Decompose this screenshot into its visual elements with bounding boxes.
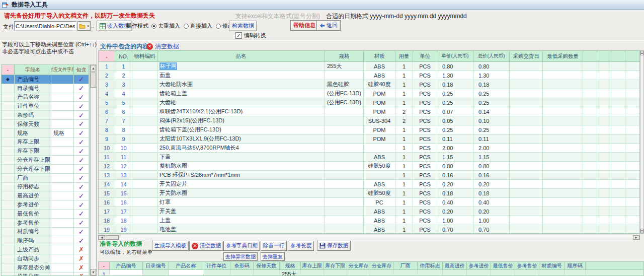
cell-material[interactable]: 硅胶50度 xyxy=(364,162,395,171)
cell-unit[interactable]: PCS xyxy=(413,189,437,198)
cell-e4[interactable] xyxy=(625,162,640,171)
preview-cell-19[interactable] xyxy=(565,270,586,276)
file-field-cell[interactable] xyxy=(51,102,74,111)
field-name-cell[interactable]: 最高进价 xyxy=(15,191,51,200)
cell-no[interactable]: 11 xyxy=(115,153,132,162)
cell-pdate[interactable] xyxy=(510,198,543,207)
cell-code[interactable] xyxy=(132,207,157,216)
current-row-marker[interactable] xyxy=(2,219,15,228)
radio-icon[interactable] xyxy=(216,24,221,29)
field-row[interactable]: 自动同步✗ xyxy=(2,254,89,263)
preview-cell-7[interactable]: 255大 xyxy=(280,270,301,276)
header-include[interactable]: 包含 xyxy=(74,65,89,75)
cell-pdate[interactable] xyxy=(510,180,543,189)
include-check-icon[interactable]: ✓ xyxy=(74,236,89,245)
cell-e2[interactable] xyxy=(597,180,611,189)
file-field-cell[interactable] xyxy=(51,219,74,228)
cell-e3[interactable] xyxy=(611,216,625,225)
field-row[interactable]: 分仓库存上限✓ xyxy=(2,156,89,165)
exclude-cross-icon[interactable]: ✗ xyxy=(74,254,89,263)
field-row[interactable]: ◆产品编号✓ xyxy=(2,75,89,84)
preview-header-17[interactable]: 参考售价 xyxy=(515,262,539,270)
content-header-e2[interactable] xyxy=(597,51,611,62)
preview-cell-12[interactable] xyxy=(393,270,418,276)
include-check-icon[interactable]: ✓ xyxy=(74,84,89,93)
content-header-pdate[interactable]: 采购交货日 xyxy=(510,51,543,62)
table-row[interactable]: 44齿轮箱上盖(公用FC-13D)POM1PCS0.250.25 xyxy=(99,89,639,98)
cell-e3[interactable] xyxy=(611,171,625,180)
cell-qty[interactable]: 1 xyxy=(395,171,413,180)
cell-e4[interactable] xyxy=(625,198,640,207)
cell-total[interactable]: 1.00 xyxy=(473,216,510,225)
preview-cell-10[interactable] xyxy=(347,270,370,276)
cell-e1[interactable] xyxy=(583,144,597,153)
cell-qty[interactable]: 2 xyxy=(395,107,413,116)
cell-e2[interactable] xyxy=(597,98,611,107)
exclude-cross-icon[interactable]: ✗ xyxy=(74,272,89,276)
cell-code[interactable] xyxy=(132,171,157,180)
cell-spec[interactable]: (公用FC-13D) xyxy=(325,89,364,98)
row-number[interactable]: 2 xyxy=(99,71,115,80)
cell-total[interactable]: 0.18 xyxy=(473,189,510,198)
cell-name[interactable]: 开关盖 xyxy=(157,207,325,216)
row-number[interactable]: 15 xyxy=(99,189,115,198)
cell-code[interactable] xyxy=(132,134,157,144)
cell-name[interactable]: 杯子网 xyxy=(157,62,325,71)
field-row[interactable]: 厂商✓ xyxy=(2,174,89,183)
cell-material[interactable]: ABS xyxy=(364,216,395,225)
preview-cell-8[interactable] xyxy=(301,270,324,276)
radio-icon[interactable] xyxy=(151,24,156,29)
file-field-cell[interactable] xyxy=(51,228,74,237)
content-table-vscrollbar[interactable]: ▲ ▼ xyxy=(640,50,644,234)
cell-pdate[interactable] xyxy=(510,116,543,125)
cell-material[interactable] xyxy=(364,171,395,180)
cell-e3[interactable] xyxy=(611,162,625,171)
cell-total[interactable]: 0.25 xyxy=(473,89,510,98)
field-row[interactable]: 上级产品✗ xyxy=(2,245,89,254)
cell-e2[interactable] xyxy=(597,89,611,98)
cell-unit[interactable]: PCS xyxy=(413,225,437,234)
cell-e4[interactable] xyxy=(625,89,640,98)
cell-no[interactable]: 6 xyxy=(115,107,132,116)
cell-e1[interactable] xyxy=(583,116,597,125)
file-field-cell[interactable] xyxy=(51,111,74,120)
include-check-icon[interactable]: ✓ xyxy=(74,191,89,200)
field-row[interactable]: 产品名称✓ xyxy=(2,93,89,102)
file-field-cell[interactable] xyxy=(51,183,74,192)
cell-e2[interactable] xyxy=(597,134,611,144)
cell-total[interactable]: 1.15 xyxy=(473,153,510,162)
preview-table-row[interactable]: 1255大 xyxy=(99,270,643,276)
exclude-cross-icon[interactable]: ✗ xyxy=(74,245,89,254)
header-file-field[interactable]: 对应文件字段 xyxy=(51,65,74,75)
hscroll-left-arrow[interactable]: ◄ xyxy=(99,235,105,240)
cell-e4[interactable] xyxy=(625,171,640,180)
field-name-cell[interactable]: 停用标志 xyxy=(15,183,51,192)
cell-qty[interactable]: 1 xyxy=(395,98,413,107)
current-row-marker[interactable] xyxy=(2,120,15,129)
include-check-icon[interactable]: ✓ xyxy=(74,147,89,156)
cell-spec[interactable] xyxy=(325,207,364,216)
cell-pdate[interactable] xyxy=(510,125,543,134)
cell-code[interactable] xyxy=(132,180,157,189)
field-name-cell[interactable]: 目录编号 xyxy=(15,84,51,93)
table-row[interactable]: 22面盖ABS1PCS1.301.30 xyxy=(99,71,639,80)
cell-price[interactable]: 0.80 xyxy=(437,162,473,171)
field-name-cell[interactable]: 产品编号 xyxy=(15,75,51,84)
table-row[interactable]: 1616灯罩PC1PCS0.400.40 xyxy=(99,198,639,207)
preview-cell-18[interactable] xyxy=(539,270,565,276)
preview-header-2[interactable]: 目录编号 xyxy=(143,262,169,270)
cell-spec[interactable] xyxy=(325,162,364,171)
cell-pdate[interactable] xyxy=(510,144,543,153)
cell-spec[interactable]: (公用FC-13D) xyxy=(325,98,364,107)
current-row-marker[interactable] xyxy=(2,93,15,102)
content-table-hscrollbar[interactable]: ◄ ► xyxy=(98,235,640,240)
include-check-icon[interactable]: ✓ xyxy=(74,174,89,183)
cell-total[interactable]: 0.80 xyxy=(473,62,510,71)
cell-e2[interactable] xyxy=(597,171,611,180)
cell-unit[interactable]: PCS xyxy=(413,162,437,171)
cell-e3[interactable] xyxy=(611,107,625,116)
row-number[interactable]: 11 xyxy=(99,153,115,162)
browse-dots[interactable]: .. xyxy=(91,23,94,29)
content-header-no[interactable]: NO. xyxy=(115,51,132,62)
cell-e3[interactable] xyxy=(611,80,625,89)
